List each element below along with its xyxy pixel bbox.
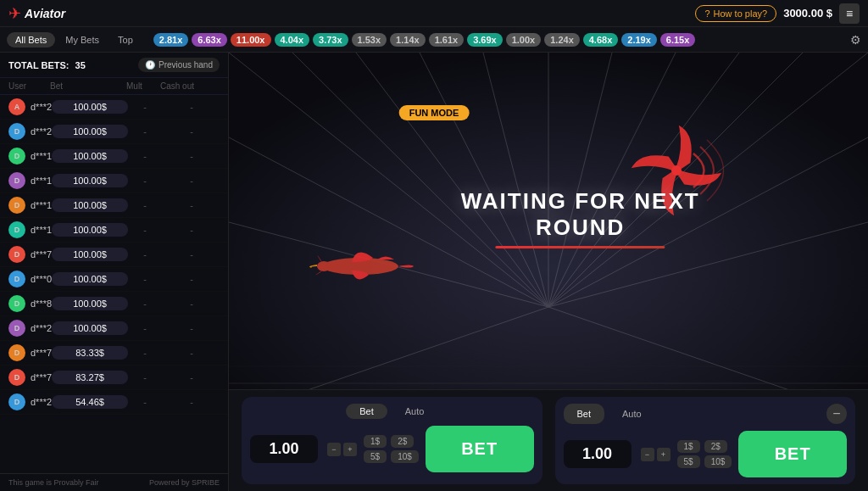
avatar: D xyxy=(8,295,25,312)
panel1-amount-controls: − + xyxy=(327,443,357,456)
table-row: Dd***7 100.00$ - - xyxy=(0,243,228,267)
avatar: D xyxy=(8,271,25,287)
bet-cashout: - xyxy=(162,200,221,210)
multiplier-bar: All Bets My Bets Top 2.81x 6.63x 11.00x … xyxy=(0,27,868,53)
panel2-collapse-btn[interactable]: − xyxy=(826,404,847,424)
bet-cashout: - xyxy=(162,397,221,407)
clock-icon: 🕐 xyxy=(145,60,155,70)
mult-badge[interactable]: 1.24x xyxy=(544,33,580,47)
game-canvas: WAITING FOR NEXT ROUND xyxy=(229,53,868,389)
table-row: Dd***1 100.00$ - - xyxy=(0,169,228,193)
bet-cashout: - xyxy=(162,151,221,161)
mult-badge[interactable]: 6.15x xyxy=(660,33,696,47)
menu-button[interactable]: ≡ xyxy=(839,3,860,24)
panel1-quick-amounts: 1$ 2$ 5$ 10$ xyxy=(364,435,419,463)
prev-hand-button[interactable]: 🕐 Previous hand xyxy=(138,58,220,72)
mult-badge[interactable]: 3.73x xyxy=(313,33,348,47)
tab-my-bets[interactable]: My Bets xyxy=(57,32,108,47)
bets-table-header: User Bet Mult Cash out xyxy=(0,78,228,95)
balance-display: 3000.00 $ xyxy=(783,7,832,20)
panel-1-content: 1.00 − + 1$ 2$ 5$ 10$ xyxy=(250,426,534,472)
panel2-bet-button[interactable]: BET xyxy=(738,431,847,477)
mult-badge[interactable]: 4.04x xyxy=(275,33,310,47)
mult-badge[interactable]: 1.53x xyxy=(352,33,387,47)
panel1-bet-tab[interactable]: Bet xyxy=(346,404,387,419)
bet-amount: 54.46$ xyxy=(52,395,128,409)
avatar: D xyxy=(8,148,25,165)
bet-amount: 100.00$ xyxy=(52,272,128,286)
bet-cashout: - xyxy=(162,372,221,382)
bet-cashout: - xyxy=(162,274,221,284)
bet-panel-1: Bet Auto 1.00 − + 1$ 2$ xyxy=(242,397,542,484)
question-icon: ? xyxy=(704,8,709,19)
avatar: D xyxy=(8,221,25,238)
panel1-quick-3[interactable]: 5$ xyxy=(364,450,387,463)
panel-1-tabs: Bet Auto xyxy=(250,404,534,419)
panel1-decrease-btn[interactable]: − xyxy=(327,443,341,456)
header: ✈ Aviator ? How to play? 3000.00 $ ≡ xyxy=(0,0,868,27)
bet-amount: 100.00$ xyxy=(52,248,128,261)
bet-amount: 100.00$ xyxy=(52,125,128,138)
panel2-decrease-btn[interactable]: − xyxy=(641,448,654,461)
bet-mult: - xyxy=(128,151,162,161)
provably-fair-label: This game is Provably Fair xyxy=(8,478,99,487)
panel2-quick-1[interactable]: 1$ xyxy=(677,440,700,453)
logo: ✈ Aviator xyxy=(8,4,65,23)
bet-amount: 83.27$ xyxy=(52,371,128,384)
mult-badge[interactable]: 1.61x xyxy=(429,33,465,47)
panel1-quick-4[interactable]: 10$ xyxy=(391,450,419,463)
panel1-quick-2[interactable]: 2$ xyxy=(391,435,414,448)
panel2-quick-2[interactable]: 2$ xyxy=(704,440,727,453)
waiting-text: WAITING FOR NEXT ROUND xyxy=(437,187,724,248)
bet-mult: - xyxy=(128,299,162,309)
avatar: A xyxy=(8,98,25,115)
mult-badge[interactable]: 4.68x xyxy=(583,33,619,47)
mult-badge[interactable]: 2.19x xyxy=(621,33,657,47)
panel1-increase-btn[interactable]: + xyxy=(343,443,357,456)
bet-amount: 100.00$ xyxy=(52,198,128,212)
panel2-quick-3[interactable]: 5$ xyxy=(677,455,700,468)
mult-badge[interactable]: 6.63x xyxy=(192,33,227,47)
tab-all-bets[interactable]: All Bets xyxy=(7,32,55,47)
table-row: Ad***2 100.00$ - - xyxy=(0,95,228,120)
bet-cashout: - xyxy=(162,299,221,309)
settings-icon[interactable]: ⚙ xyxy=(850,33,861,47)
logo-text: Aviator xyxy=(25,7,65,20)
how-to-play-button[interactable]: ? How to play? xyxy=(695,5,776,22)
bet-tabs: All Bets My Bets Top xyxy=(7,32,142,47)
powered-by-label: Powered by SPRIBE xyxy=(149,478,220,487)
table-row: Dd***2 100.00$ - - xyxy=(0,120,228,144)
bet-mult: - xyxy=(128,176,162,186)
bet-amount: 100.00$ xyxy=(52,100,128,114)
panel2-auto-tab[interactable]: Auto xyxy=(609,404,655,424)
panel1-amount-value: 1.00 xyxy=(269,440,298,457)
panel2-quick-4[interactable]: 10$ xyxy=(704,455,732,468)
avatar: D xyxy=(8,369,25,386)
bet-mult: - xyxy=(128,323,162,333)
svg-point-20 xyxy=(671,165,682,176)
main-layout: FUN MODE TOTAL BETS: 35 🕐 Previous hand … xyxy=(0,53,868,491)
avatar: D xyxy=(8,246,25,263)
bet-amount: 100.00$ xyxy=(52,321,128,335)
mult-badge[interactable]: 3.69x xyxy=(467,33,503,47)
panel1-bet-button[interactable]: BET xyxy=(426,426,534,472)
panel2-amount-value: 1.00 xyxy=(582,445,612,462)
panel1-auto-tab[interactable]: Auto xyxy=(392,404,438,419)
total-bets-label: TOTAL BETS: 35 xyxy=(8,60,86,70)
panel2-amount-display: 1.00 xyxy=(564,440,632,468)
bet-amount: 100.00$ xyxy=(52,149,128,163)
panel-2-content: 1.00 − + 1$ 2$ 5$ 10$ xyxy=(564,431,848,477)
mult-badge[interactable]: 2.81x xyxy=(153,33,189,47)
bet-cashout: - xyxy=(162,126,221,137)
bet-mult: - xyxy=(128,102,162,112)
panel2-increase-btn[interactable]: + xyxy=(657,448,670,461)
mult-badge[interactable]: 1.00x xyxy=(506,33,542,47)
table-row: Dd***2 54.46$ - - xyxy=(0,390,228,415)
panel2-bet-tab[interactable]: Bet xyxy=(564,404,605,424)
mult-badge[interactable]: 1.14x xyxy=(390,33,426,47)
panel2-quick-amounts: 1$ 2$ 5$ 10$ xyxy=(677,440,732,468)
panel1-quick-1[interactable]: 1$ xyxy=(364,435,387,448)
mult-badge[interactable]: 11.00x xyxy=(231,33,271,47)
bets-header: TOTAL BETS: 35 🕐 Previous hand xyxy=(0,53,228,78)
tab-top[interactable]: Top xyxy=(109,32,142,47)
